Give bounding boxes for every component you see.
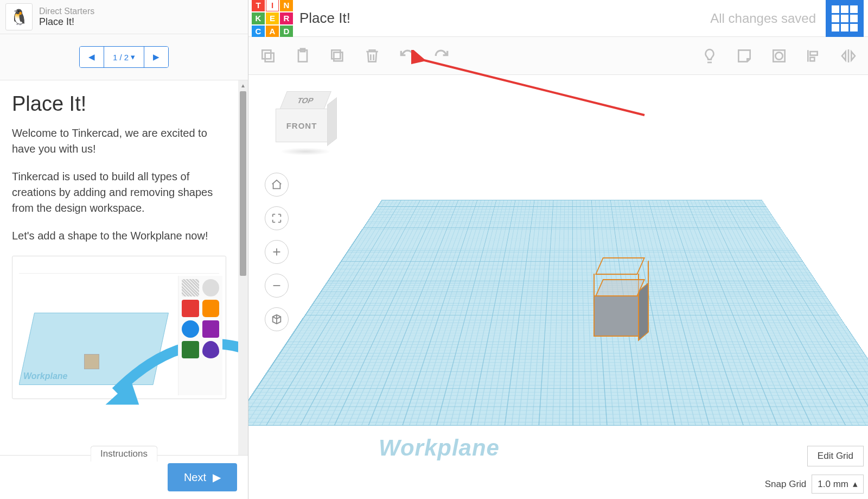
lesson-header: 🐧 Direct Starters Place It!: [0, 0, 248, 34]
svg-point-9: [775, 52, 782, 59]
svg-rect-2: [265, 53, 274, 61]
lesson-paragraph: Let's add a shape to the Workplane now!: [12, 228, 226, 244]
scrollbar[interactable]: ▲: [238, 80, 248, 499]
home-view-button[interactable]: [265, 173, 289, 197]
lesson-paragraph: Welcome to Tinkercad, we are excited to …: [12, 125, 226, 157]
viewcube-front[interactable]: FRONT: [276, 109, 328, 142]
viewcube-top[interactable]: TOP: [279, 91, 331, 110]
bulb-button[interactable]: [700, 46, 719, 66]
pager-bar: ◀ 1 / 2▾ ▶: [0, 34, 248, 80]
lesson-title: Place It!: [39, 16, 94, 28]
caret-down-icon: ▾: [131, 52, 135, 62]
chevron-right-icon: ▶: [153, 52, 159, 62]
snap-grid-select[interactable]: 1.0 mm ▴: [812, 475, 864, 494]
grid-icon: [832, 5, 858, 31]
caret-up-icon: ▴: [853, 478, 858, 490]
duplicate-button[interactable]: [328, 46, 347, 66]
align-button[interactable]: [804, 46, 824, 66]
perspective-button[interactable]: [265, 307, 289, 331]
step-pager: ◀ 1 / 2▾ ▶: [79, 46, 169, 68]
thumb-workplane-label: Workplane: [23, 371, 68, 381]
snap-grid-label: Snap Grid: [765, 479, 807, 490]
lesson-thumbnail: Workplane: [12, 256, 226, 399]
workplane-label: Workplane: [379, 435, 500, 461]
delete-button[interactable]: [362, 46, 382, 66]
hole-button[interactable]: [769, 46, 789, 66]
lesson-panel: 🐧 Direct Starters Place It! ◀ 1 / 2▾ ▶ P…: [0, 0, 248, 499]
paste-button[interactable]: [293, 46, 312, 66]
svg-rect-6: [334, 52, 342, 61]
next-button[interactable]: Next ▶: [168, 463, 237, 491]
edit-grid-button[interactable]: Edit Grid: [807, 446, 864, 466]
scrollbar-thumb[interactable]: [240, 91, 246, 276]
lesson-paragraph: Tinkercad is used to build all types of …: [12, 169, 226, 216]
mirror-button[interactable]: [839, 46, 858, 66]
pager-prev-button[interactable]: ◀: [80, 47, 104, 67]
snap-grid-control: Snap Grid 1.0 mm ▴: [765, 475, 864, 494]
undo-button[interactable]: [397, 46, 417, 66]
editor-panel: TIN KER CAD Place It! All changes saved: [248, 0, 868, 499]
chevron-left-icon: ◀: [88, 52, 95, 62]
svg-rect-11: [810, 57, 814, 61]
zoom-in-button[interactable]: [265, 240, 289, 264]
svg-rect-10: [810, 52, 817, 55]
tinkercad-logo[interactable]: TIN KER CAD: [252, 0, 293, 37]
viewcube[interactable]: TOP FRONT: [276, 91, 335, 156]
note-button[interactable]: [735, 46, 754, 66]
toolbar: [248, 37, 868, 75]
lesson-avatar: 🐧: [5, 3, 33, 30]
pager-page-button[interactable]: 1 / 2▾: [104, 47, 144, 67]
lesson-footer: Instructions Next ▶: [0, 455, 248, 499]
lesson-scroll[interactable]: Place It! Welcome to Tinkercad, we are e…: [0, 80, 238, 499]
zoom-out-button[interactable]: [265, 274, 289, 298]
scroll-up-icon[interactable]: ▲: [238, 80, 248, 90]
shape-box[interactable]: [593, 279, 642, 339]
shapes-panel-button[interactable]: [826, 0, 864, 37]
view-controls: [265, 173, 289, 331]
lesson-category: Direct Starters: [39, 7, 94, 16]
instructions-tab[interactable]: Instructions: [90, 446, 158, 462]
viewcube-side[interactable]: [327, 97, 337, 146]
app-root: 🐧 Direct Starters Place It! ◀ 1 / 2▾ ▶ P…: [0, 0, 868, 499]
svg-rect-7: [331, 50, 340, 59]
lesson-heading: Place It!: [12, 92, 226, 116]
lesson-body: Place It! Welcome to Tinkercad, we are e…: [0, 80, 248, 499]
chevron-right-icon: ▶: [213, 471, 221, 484]
save-status: All changes saved: [710, 11, 816, 26]
fit-view-button[interactable]: [265, 206, 289, 230]
svg-rect-3: [262, 50, 271, 59]
pager-next-button[interactable]: ▶: [144, 47, 168, 67]
top-bar: TIN KER CAD Place It! All changes saved: [248, 0, 868, 37]
copy-button[interactable]: [258, 46, 278, 66]
redo-button[interactable]: [432, 46, 451, 66]
workplane[interactable]: Workplane: [303, 151, 841, 488]
document-title[interactable]: Place It!: [299, 10, 350, 27]
canvas[interactable]: TOP FRONT Workplane Edit Gri: [248, 75, 868, 499]
